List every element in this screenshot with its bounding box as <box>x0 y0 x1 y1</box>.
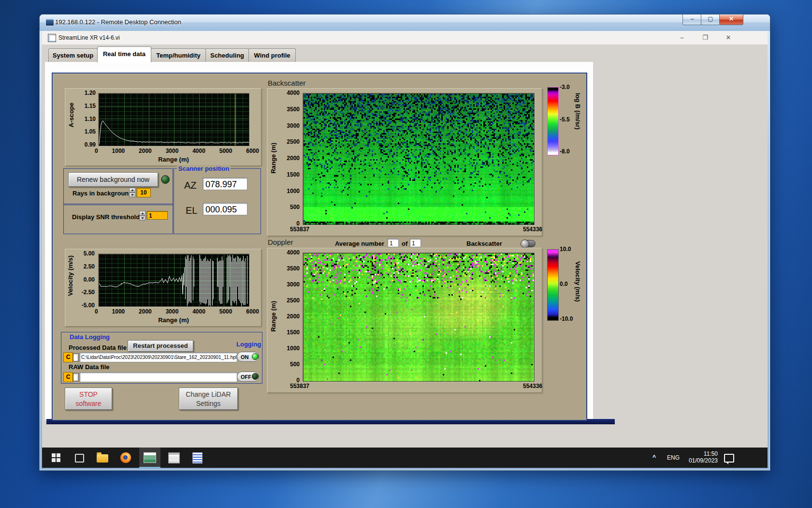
windows-logo-icon <box>52 453 60 462</box>
doppler-x-start: 553837 <box>290 383 309 389</box>
tick-label: 1000 <box>112 309 125 315</box>
tick-label: 3000 <box>166 148 179 154</box>
processed-browse-icon[interactable] <box>73 353 79 361</box>
ascope-x-ticks: 0100020003000400050006000 <box>95 148 259 154</box>
raw-drive-selector[interactable]: C <box>63 372 73 382</box>
tick-label: 3000 <box>287 123 300 129</box>
doppler-colorbar <box>547 249 559 321</box>
tick-label: -3.0 <box>560 84 570 90</box>
velocity-y-ticks: 5.002.500.00-2.50-5.00 <box>72 251 95 309</box>
tick-label: 2000 <box>287 314 300 320</box>
active-app-button[interactable] <box>139 448 160 468</box>
doppler-x-range: 553837 554336 <box>290 383 542 389</box>
tick-label: 3500 <box>287 266 300 272</box>
tab-system-setup[interactable]: System setup <box>48 48 98 62</box>
of-label: of <box>402 240 407 247</box>
snr-value-field[interactable]: 1 <box>146 211 168 220</box>
tick-label: 0.99 <box>85 142 96 148</box>
tick-label: 0.0 <box>560 281 568 287</box>
tick-label: 0 <box>95 309 98 315</box>
tick-label: 1.10 <box>85 116 96 122</box>
tick-label: 2500 <box>287 139 300 145</box>
tick-label: -2.50 <box>82 289 95 296</box>
language-indicator[interactable]: ENG <box>667 454 680 461</box>
vi-restore-button[interactable]: ❐ <box>699 33 711 42</box>
backscatter-x-range: 553837 554336 <box>290 226 542 233</box>
notification-icon <box>724 454 734 463</box>
change-lidar-settings-button[interactable]: Change LiDAR Settings <box>179 388 238 410</box>
doppler-title: Doppler <box>268 238 293 246</box>
tick-label: 1.15 <box>85 103 96 109</box>
tick-label: 1000 <box>287 345 300 352</box>
snr-spinner[interactable] <box>139 211 145 221</box>
stop-software-button[interactable]: STOP software <box>65 388 112 410</box>
raw-path-field[interactable] <box>79 372 237 382</box>
vi-title-bar[interactable] <box>42 31 768 45</box>
backscatter-toggle-label: Backscatter <box>466 240 502 247</box>
tick-label: 6000 <box>246 148 259 154</box>
backscatter-y-ticks: 40003500300025002000150010005000 <box>278 90 300 227</box>
clock-date: 01/09/2023 <box>684 457 718 464</box>
document-app-button[interactable] <box>188 448 207 468</box>
start-button[interactable] <box>46 448 66 468</box>
file-explorer-button[interactable] <box>93 448 112 468</box>
scan-scheduler-icon <box>168 452 180 463</box>
vi-minimize-button[interactable]: – <box>676 33 688 42</box>
tick-label: -10.0 <box>560 316 573 322</box>
tick-label: -5.00 <box>82 302 95 309</box>
doppler-colorbar-label: Velocity (m/s) <box>574 261 581 302</box>
raw-browse-icon[interactable] <box>73 373 79 381</box>
backscatter-doppler-toggle[interactable] <box>521 240 536 247</box>
rdp-minimize-button[interactable]: – <box>682 15 702 25</box>
el-value-display: 000.095 <box>203 203 247 215</box>
processed-path-field[interactable]: C:\Lidar\Data\Proc\2023\202309\20230901\… <box>79 352 237 362</box>
average-number-label: Average number <box>331 240 384 247</box>
rays-value-field[interactable]: 10 <box>136 188 151 197</box>
tick-label: 500 <box>290 361 300 368</box>
average-number-field[interactable]: 1 <box>387 239 399 247</box>
tick-label: -5.5 <box>560 117 570 123</box>
average-of-field[interactable]: 1 <box>409 239 421 247</box>
tab-real-time-data[interactable]: Real time data <box>97 46 151 62</box>
action-center-button[interactable] <box>724 454 734 463</box>
tray-chevron-icon[interactable]: ^ <box>652 454 656 461</box>
file-explorer-icon <box>97 454 108 463</box>
task-view-button[interactable] <box>70 448 89 468</box>
rdp-maximize-button[interactable]: ▢ <box>701 15 720 25</box>
tick-label: -8.0 <box>560 149 570 155</box>
tab-wind-profile[interactable]: Wind profile <box>248 48 296 62</box>
tick-label: 1.05 <box>85 129 96 135</box>
tick-label: 3500 <box>287 106 300 113</box>
vi-close-button[interactable]: ✕ <box>722 33 735 42</box>
tick-label: 2.50 <box>84 264 95 270</box>
tick-label: 500 <box>290 204 300 210</box>
tick-label: 4000 <box>287 90 300 96</box>
tick-label: 1000 <box>112 148 125 154</box>
rays-spinner[interactable] <box>129 188 135 197</box>
streamline-app-icon <box>144 452 156 463</box>
tick-label: 6000 <box>246 309 259 315</box>
tab-temp-humidity[interactable]: Temp/humidity <box>151 48 206 62</box>
data-logging-title: Data Logging <box>70 333 110 341</box>
rdp-close-button[interactable]: ✕ <box>719 15 743 25</box>
processed-data-file-label: Processed Data file <box>69 344 127 351</box>
restart-processed-file-button[interactable]: Restart processed file <box>128 340 193 352</box>
rays-in-background-label: Rays in background <box>72 190 132 197</box>
clock[interactable]: 11:50 01/09/2023 <box>684 450 718 464</box>
tick-label: 2500 <box>287 298 300 304</box>
renew-background-button[interactable]: Renew background now <box>68 172 158 187</box>
processed-drive-selector[interactable]: C <box>63 352 73 362</box>
tick-label: 2000 <box>139 309 152 315</box>
backscatter-y-axis-label: Range (m) <box>270 143 277 174</box>
tab-scheduling[interactable]: Scheduling <box>205 48 249 62</box>
backscatter-colorbar-label: log B (/m/sr) <box>574 93 581 130</box>
tick-label: 0 <box>95 148 98 154</box>
backscatter-x-end: 554336 <box>523 226 542 233</box>
firefox-button[interactable] <box>116 448 135 468</box>
tick-label: 4000 <box>287 250 300 256</box>
tick-label: 10.0 <box>560 246 571 253</box>
scan-scheduler-button[interactable] <box>164 448 184 468</box>
backscatter-x-start: 553837 <box>290 226 309 233</box>
ascope-x-axis-label: Range (m) <box>99 156 248 163</box>
settings-button-line2: Settings <box>179 399 237 408</box>
